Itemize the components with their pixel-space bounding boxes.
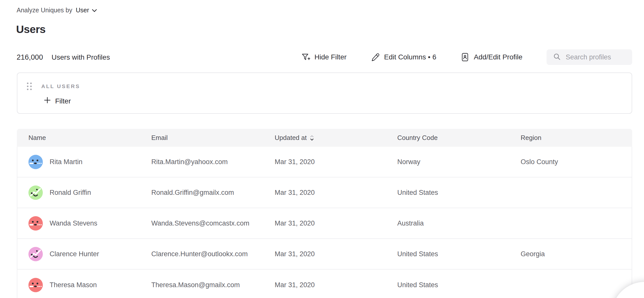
user-region: Georgia xyxy=(521,250,632,258)
table-row[interactable]: Ronald Griffin Ronald.Griffin@gmailx.com… xyxy=(17,177,632,208)
table-header: Name Email Updated at Country Code Regio… xyxy=(17,129,632,147)
analyze-uniques-label: Analyze Uniques by xyxy=(17,7,72,14)
users-table: Name Email Updated at Country Code Regio… xyxy=(17,129,632,298)
user-avatar xyxy=(28,185,43,200)
profile-card-icon xyxy=(460,53,470,62)
user-email: Theresa.Mason@gmailx.com xyxy=(151,281,275,289)
add-edit-profile-button[interactable]: Add/Edit Profile xyxy=(460,53,522,62)
column-header-updated-at[interactable]: Updated at xyxy=(275,134,397,142)
plus-icon xyxy=(44,97,51,105)
search-profiles-input[interactable] xyxy=(566,53,626,61)
column-header-country-code[interactable]: Country Code xyxy=(397,134,521,142)
user-region: Oslo County xyxy=(521,158,632,166)
user-updated-at: Mar 31, 2020 xyxy=(275,189,397,197)
pencil-icon xyxy=(371,53,380,62)
edit-columns-button[interactable]: Edit Columns • 6 xyxy=(371,53,436,62)
analyze-uniques-row: Analyze Uniques by User xyxy=(17,7,97,14)
user-updated-at: Mar 31, 2020 xyxy=(275,250,397,258)
user-email: Rita.Martin@yahoox.com xyxy=(151,158,275,166)
edit-columns-label: Edit Columns • 6 xyxy=(384,53,436,61)
user-name: Clarence Hunter xyxy=(50,250,99,258)
add-edit-profile-label: Add/Edit Profile xyxy=(474,53,522,61)
user-country: United States xyxy=(397,281,521,289)
user-name: Ronald Griffin xyxy=(50,189,91,197)
add-filter-button[interactable]: Filter xyxy=(44,97,71,105)
column-header-email[interactable]: Email xyxy=(151,134,275,142)
analyze-by-value: User xyxy=(76,7,89,14)
profile-count: 216,000 xyxy=(17,53,43,61)
hide-filter-button[interactable]: Hide Filter xyxy=(301,53,347,62)
all-users-label: ALL USERS xyxy=(41,83,80,89)
filter-card: ALL USERS Filter xyxy=(17,72,632,114)
column-header-region[interactable]: Region xyxy=(521,134,632,142)
user-country: United States xyxy=(397,250,521,258)
drag-handle-icon[interactable] xyxy=(27,83,32,90)
users-page: Analyze Uniques by User Users 216,000 Us… xyxy=(0,0,644,298)
add-filter-label: Filter xyxy=(55,97,71,105)
user-country: United States xyxy=(397,189,521,197)
search-box xyxy=(547,49,632,65)
table-row[interactable]: Clarence Hunter Clarence.Hunter@outlookx… xyxy=(17,239,632,270)
user-updated-at: Mar 31, 2020 xyxy=(275,219,397,227)
profile-count-caption: Users with Profiles xyxy=(52,53,110,61)
funnel-plus-icon xyxy=(301,53,310,62)
user-name: Rita Martin xyxy=(50,158,83,166)
table-row[interactable]: Rita Martin Rita.Martin@yahoox.com Mar 3… xyxy=(17,147,632,177)
search-icon xyxy=(553,53,561,61)
user-email: Clarence.Hunter@outlookx.com xyxy=(151,250,275,258)
user-country: Australia xyxy=(397,219,521,227)
user-avatar xyxy=(28,216,43,231)
analyze-by-dropdown[interactable]: User xyxy=(76,7,97,14)
sort-icon xyxy=(310,134,314,142)
user-email: Wanda.Stevens@comcastx.com xyxy=(151,219,275,227)
table-row[interactable]: Wanda Stevens Wanda.Stevens@comcastx.com… xyxy=(17,208,632,239)
user-name: Wanda Stevens xyxy=(50,219,97,227)
user-avatar xyxy=(28,247,43,261)
user-updated-at: Mar 31, 2020 xyxy=(275,158,397,166)
page-title: Users xyxy=(16,23,46,35)
user-avatar xyxy=(28,155,43,169)
user-updated-at: Mar 31, 2020 xyxy=(275,281,397,289)
hide-filter-label: Hide Filter xyxy=(314,53,347,61)
table-row[interactable]: Theresa Mason Theresa.Mason@gmailx.com M… xyxy=(17,270,632,298)
stats-toolbar-row: 216,000 Users with Profiles Hide Filter xyxy=(17,49,632,65)
profile-count-group: 216,000 Users with Profiles xyxy=(17,53,110,61)
column-header-name[interactable]: Name xyxy=(28,134,151,142)
user-name: Theresa Mason xyxy=(50,281,97,289)
toolbar: Hide Filter Edit Columns • 6 xyxy=(301,49,632,65)
user-avatar xyxy=(28,278,43,292)
user-country: Norway xyxy=(397,158,521,166)
user-email: Ronald.Griffin@gmailx.com xyxy=(151,189,275,197)
chevron-down-icon xyxy=(92,7,97,14)
